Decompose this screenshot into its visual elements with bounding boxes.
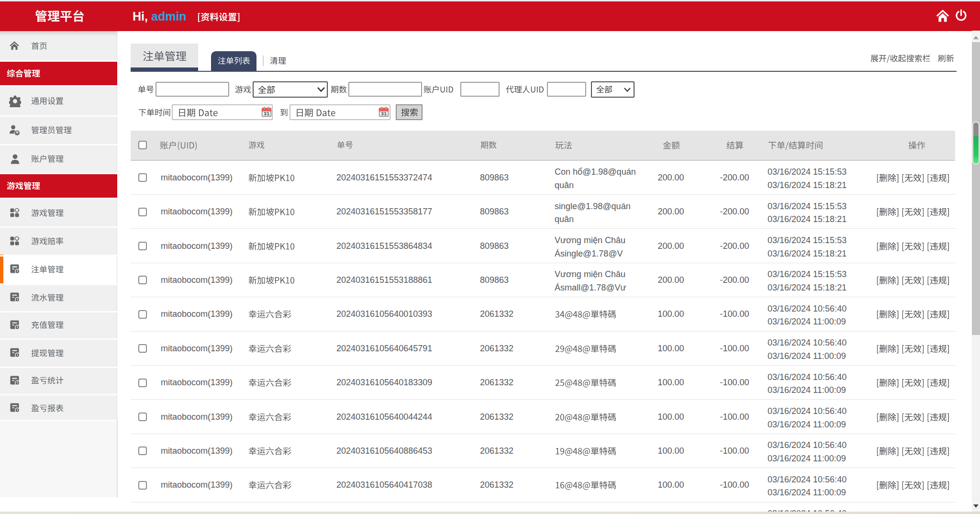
svg-text:31: 31 xyxy=(381,111,387,117)
svg-text:31: 31 xyxy=(264,111,270,117)
